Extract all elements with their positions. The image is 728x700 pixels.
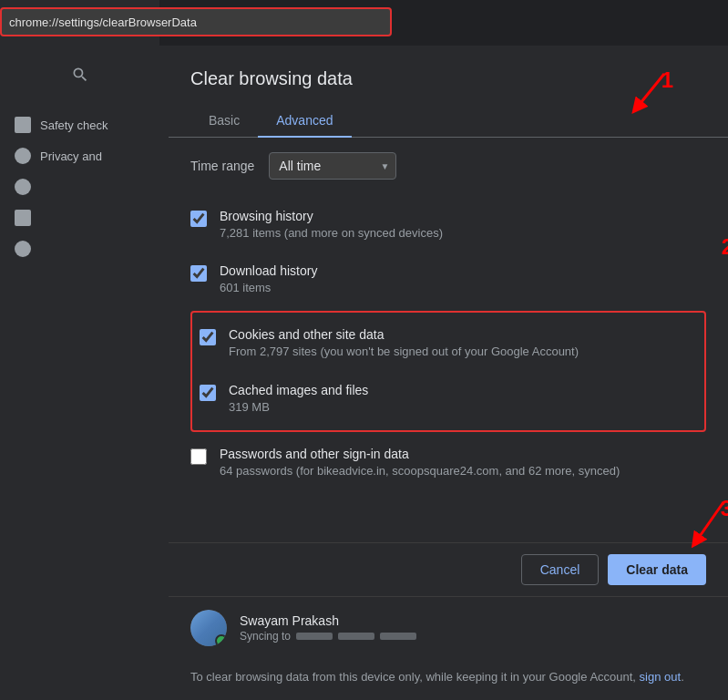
account-sync-label: Syncing to — [240, 630, 291, 643]
sidebar-item-security[interactable] — [0, 202, 159, 233]
sync-bar-1 — [296, 633, 333, 640]
checkbox-item-cached-images: Cached images and files 319 MB — [200, 372, 697, 427]
dialog-body[interactable]: Time range All time Last hour Last 24 ho… — [169, 138, 728, 542]
dialog-footer: Cancel Clear data 3 — [169, 542, 728, 596]
lock-icon — [15, 210, 31, 226]
checkbox-download-history[interactable] — [190, 265, 207, 282]
tab-basic[interactable]: Basic — [190, 104, 258, 137]
bottom-notice: To clear browsing data from this device … — [169, 659, 728, 701]
person-icon — [15, 241, 31, 257]
checkbox-item-cookies: Cookies and other site data From 2,797 s… — [200, 316, 697, 371]
clear-browsing-dialog: Clear browsing data Basic Advanced 1 — [169, 50, 728, 700]
avatar-sync-badge — [215, 634, 227, 646]
cached-images-title: Cached images and files — [229, 383, 697, 397]
download-history-title: Download history — [220, 263, 706, 278]
time-range-select-wrapper[interactable]: All time Last hour Last 24 hours Last 7 … — [269, 152, 396, 180]
checkbox-content-passwords: Passwords and other sign-in data 64 pass… — [220, 447, 706, 479]
checkbox-item-passwords: Passwords and other sign-in data 64 pass… — [190, 436, 706, 490]
account-sync-row: Syncing to — [240, 630, 706, 643]
main-content: Clear browsing data Basic Advanced 1 — [159, 46, 728, 700]
time-range-row: Time range All time Last hour Last 24 ho… — [190, 152, 706, 180]
account-info: Swayam Prakash Syncing to — [240, 613, 706, 643]
checkbox-browsing-history[interactable] — [190, 211, 207, 227]
sidebar-item-safety[interactable]: Safety check — [0, 109, 159, 140]
sidebar-item-label: Privacy and — [40, 149, 102, 163]
browsing-history-title: Browsing history — [220, 209, 693, 223]
address-bar-text: chrome://settings/clearBrowserData — [9, 15, 197, 29]
checkbox-item-download-history: Download history 601 items — [190, 252, 706, 307]
account-name: Swayam Prakash — [240, 613, 706, 628]
dialog-title: Clear browsing data — [169, 50, 728, 104]
bottom-notice-text: To clear browsing data from this device … — [190, 670, 640, 684]
checkbox-content-cookies: Cookies and other site data From 2,797 s… — [229, 327, 697, 360]
sidebar-item-person[interactable] — [0, 233, 159, 264]
time-range-label: Time range — [190, 159, 254, 173]
checkbox-content-cached-images: Cached images and files 319 MB — [229, 383, 697, 416]
globe-icon — [15, 179, 31, 195]
checkbox-cached-images[interactable] — [200, 385, 216, 401]
sync-bar-2 — [338, 633, 374, 640]
passwords-desc: 64 passwords (for bikeadvice.in, scoopsq… — [220, 463, 706, 479]
highlighted-section: Cookies and other site data From 2,797 s… — [190, 311, 706, 431]
checkbox-content-browsing-history: Browsing history 7,281 items (and more o… — [220, 209, 693, 242]
sidebar: Safety check Privacy and — [0, 0, 159, 700]
account-section: Swayam Prakash Syncing to — [169, 596, 728, 659]
checkbox-passwords[interactable] — [190, 448, 207, 465]
clear-data-button[interactable]: Clear data — [608, 554, 706, 585]
time-range-select[interactable]: All time Last hour Last 24 hours Last 7 … — [269, 152, 396, 180]
sidebar-search[interactable] — [0, 55, 159, 95]
sidebar-item-label: Safety check — [40, 118, 108, 132]
privacy-icon — [15, 148, 31, 164]
bottom-notice-text-after: . — [681, 670, 684, 684]
cookies-desc: From 2,797 sites (you won't be signed ou… — [229, 344, 697, 360]
browsing-history-desc: 7,281 items (and more on synced devices) — [220, 225, 693, 242]
address-bar[interactable]: chrome://settings/clearBrowserData — [0, 7, 392, 36]
cached-images-desc: 319 MB — [229, 399, 697, 416]
passwords-title: Passwords and other sign-in data — [220, 447, 706, 461]
annotation-number-2: 2 — [722, 236, 728, 258]
sync-bar-3 — [380, 633, 416, 640]
search-icon — [71, 66, 89, 84]
checkbox-item-browsing-history: Browsing history 7,281 items (and more o… — [190, 198, 706, 252]
sidebar-group: Safety check Privacy and — [0, 109, 159, 264]
checkbox-content-download-history: Download history 601 items — [220, 263, 706, 296]
sign-out-link[interactable]: sign out — [640, 670, 682, 684]
download-history-desc: 601 items — [220, 280, 706, 296]
cancel-button[interactable]: Cancel — [521, 554, 600, 585]
sidebar-item-globe[interactable] — [0, 171, 159, 202]
avatar — [190, 610, 227, 646]
checkbox-cookies[interactable] — [200, 329, 216, 345]
shield-icon — [15, 117, 31, 133]
tab-advanced[interactable]: Advanced — [258, 104, 351, 137]
cookies-title: Cookies and other site data — [229, 327, 697, 342]
sidebar-item-privacy[interactable]: Privacy and — [0, 140, 159, 171]
tabs-container: Basic Advanced 1 — [169, 104, 728, 138]
